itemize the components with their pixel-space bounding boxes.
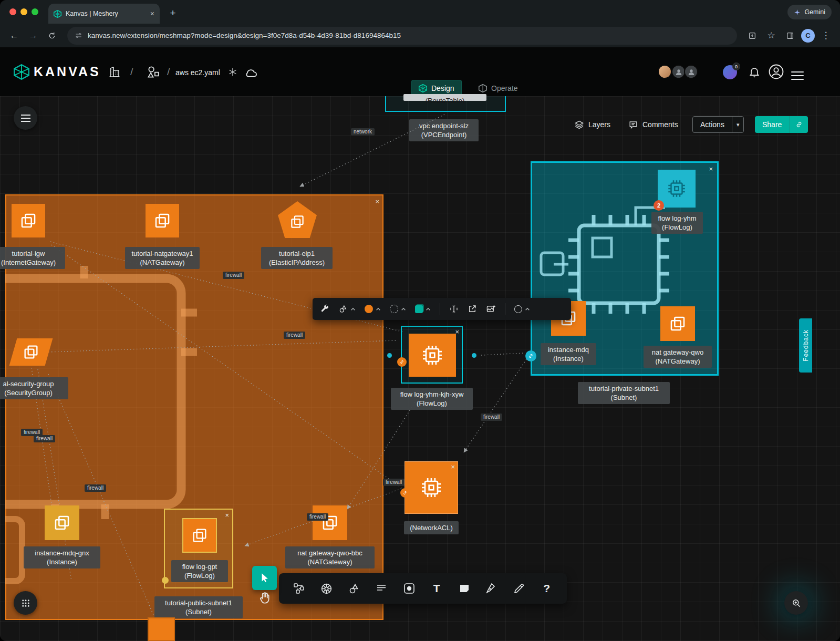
remove-node-icon[interactable]: × (455, 328, 459, 335)
shape-fill-picker-button[interactable] (415, 305, 431, 313)
share-button[interactable]: Share (755, 116, 808, 133)
collaborator-avatar[interactable] (658, 65, 672, 79)
url-bar[interactable]: kanvas.new/extension/meshmap?mode=design… (67, 27, 737, 45)
group-box-private-subnet[interactable]: × 2 flow log-yhm (FlowLog) instance-mdq … (531, 161, 719, 376)
bookmark-button[interactable]: ☆ (763, 28, 779, 44)
window-close-button[interactable] (9, 8, 16, 15)
reload-button[interactable] (44, 28, 60, 44)
kubernetes-tool-button[interactable] (318, 580, 335, 597)
node-name: flow log-gpt (174, 562, 225, 571)
border-style-picker-button[interactable] (390, 305, 406, 313)
selected-node-flow-log[interactable]: × (401, 326, 463, 384)
pencil-tool-button[interactable] (511, 580, 527, 597)
annotation-tool-button[interactable] (373, 580, 390, 597)
add-image-button[interactable] (486, 304, 496, 314)
bell-icon[interactable] (748, 66, 761, 78)
node-nat-gateway-qwo-bbc[interactable] (313, 505, 347, 540)
remove-group-icon[interactable]: × (709, 166, 713, 172)
window-maximize-button[interactable] (32, 8, 38, 15)
remove-group-icon[interactable]: × (375, 198, 379, 205)
node-color-picker-button[interactable] (365, 305, 381, 313)
gemini-button[interactable]: Gemini (787, 5, 832, 19)
edge-label: firewall (34, 435, 55, 442)
apps-grid-icon (21, 598, 30, 608)
tab-close-icon[interactable]: × (150, 9, 154, 18)
node-tutorial-natgateway1[interactable] (146, 204, 179, 237)
feedback-tab[interactable]: Feedback (799, 318, 812, 373)
window-minimize-button[interactable] (20, 8, 27, 15)
node-flow-log-yhm[interactable]: 2 (658, 170, 696, 208)
side-panel-button[interactable] (782, 28, 798, 44)
resize-handle[interactable] (472, 353, 476, 358)
chevron-up-icon (350, 307, 356, 311)
back-button[interactable]: ← (6, 28, 22, 44)
node-nat-gateway-qwo[interactable] (660, 306, 695, 341)
node-name: tutorial-public-subnet1 (158, 598, 240, 607)
shapes-picker-button[interactable] (338, 304, 356, 314)
edge-label: firewall (383, 479, 405, 486)
tools-wrench-button[interactable] (320, 304, 329, 314)
node-tutorial-igw[interactable] (12, 204, 45, 237)
collaborator-avatar[interactable] (671, 65, 686, 79)
forward-button[interactable]: → (25, 28, 41, 44)
zoom-button[interactable] (784, 591, 808, 615)
edge-connector-handle[interactable] (162, 577, 169, 584)
design-file-name[interactable]: aws ec2.yaml (175, 68, 220, 77)
comments-label: Comments (642, 120, 678, 129)
node-flow-log-kjh-icon[interactable] (409, 334, 456, 377)
organization-icon[interactable] (108, 66, 121, 78)
actions-dropdown[interactable]: Actions ▾ (692, 116, 744, 133)
help-button[interactable]: ? (538, 580, 555, 597)
browser-tab[interactable]: Kanvas | Meshery × (48, 4, 160, 24)
user-account-icon[interactable] (768, 64, 784, 80)
resize-handle[interactable] (387, 353, 392, 358)
selection-box-flow-log-gpt[interactable]: × flow log-gpt (FlowLog) (164, 509, 233, 588)
designs-icon[interactable] (146, 65, 160, 79)
chevron-down-icon[interactable]: ▾ (732, 117, 744, 132)
flowchart-icon (293, 582, 305, 595)
browser-window: Kanvas | Meshery × + Gemini ← → kanvas.n… (0, 0, 840, 641)
new-tab-button[interactable]: + (166, 6, 180, 20)
status-badge: 2 (654, 200, 664, 211)
edge-label: firewall (223, 272, 244, 279)
site-settings-icon[interactable] (75, 32, 82, 39)
rename-button[interactable] (449, 304, 459, 314)
select-tool-button[interactable] (252, 566, 277, 590)
tools-dock: T ? (279, 573, 567, 604)
note-tool-button[interactable] (456, 580, 473, 597)
sticker-tool-button[interactable] (401, 580, 418, 597)
pan-tool-button[interactable] (258, 591, 272, 605)
app-menu-button[interactable] (791, 69, 804, 82)
flowchart-tool-button[interactable] (291, 580, 307, 597)
edge-connector-handle[interactable] (400, 488, 410, 498)
save-page-button[interactable] (744, 28, 760, 44)
autosave-icon[interactable] (228, 67, 237, 77)
text-tool-button[interactable]: T (428, 580, 445, 597)
remove-node-icon[interactable]: × (225, 512, 229, 519)
copy-link-icon[interactable] (789, 116, 808, 133)
node-flow-log-gpt[interactable] (182, 518, 217, 553)
canvas-menu-button[interactable] (14, 106, 37, 130)
node-network-acl[interactable]: × (405, 461, 458, 514)
collaborator-avatar[interactable] (684, 65, 698, 79)
shapes-tool-button[interactable] (346, 580, 362, 597)
node-type: (ElasticIPAddress) (264, 258, 329, 267)
app-header: KANVAS / / aws ec2.yaml 0 Design Operate (0, 47, 840, 96)
person-icon (675, 68, 683, 76)
browser-menu-button[interactable]: ⋮ (818, 28, 834, 44)
browser-profile-avatar[interactable]: C (801, 29, 815, 43)
edge-connector-handle[interactable] (525, 350, 536, 361)
layers-button[interactable]: Layers (574, 116, 610, 133)
cloud-sync-icon[interactable] (244, 66, 258, 80)
apps-button[interactable] (14, 591, 37, 615)
design-canvas[interactable]: Layers Comments Actions ▾ Share (0, 96, 840, 641)
tab-title: Kanvas | Meshery (66, 10, 118, 17)
remove-node-icon[interactable]: × (451, 463, 455, 470)
open-in-new-button[interactable] (468, 304, 477, 314)
edge-connector-handle[interactable] (397, 357, 407, 367)
node-instance-mdq-gnx[interactable] (45, 505, 79, 540)
comments-button[interactable]: Comments (628, 116, 678, 133)
node-clipped-bottom[interactable] (148, 617, 175, 641)
lens-picker-button[interactable] (514, 305, 530, 313)
pen-tool-button[interactable] (483, 580, 500, 597)
